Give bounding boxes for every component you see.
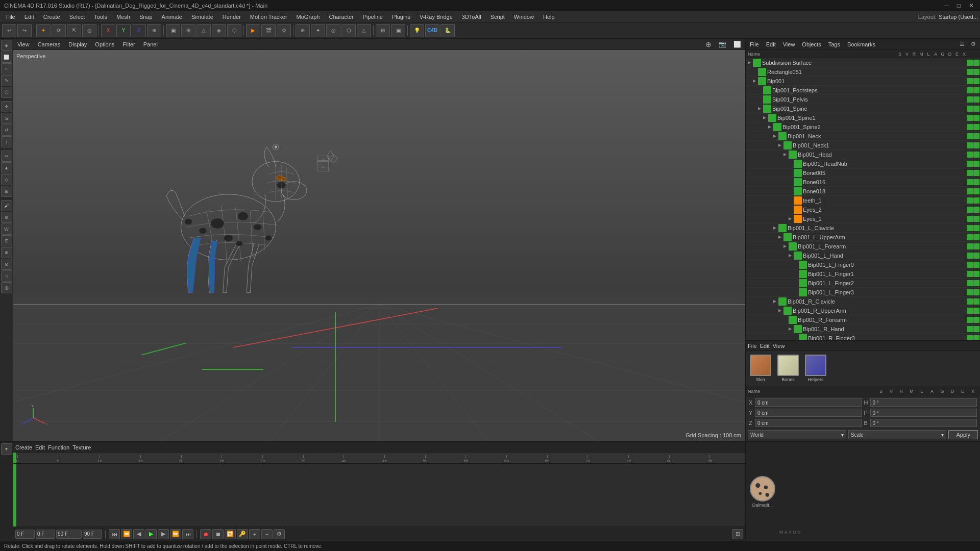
material-helpers[interactable]: Helpers xyxy=(805,355,826,382)
tree-item[interactable]: Bip001_L_Finger1 xyxy=(746,269,980,279)
tree-item[interactable]: Bip001_Footsteps xyxy=(746,86,980,95)
layout-value[interactable]: Startup (Used... xyxy=(939,14,978,20)
tree-item[interactable]: ▶ Bip001_Spine xyxy=(746,104,980,113)
menu-animate[interactable]: Animate xyxy=(158,13,186,21)
mat-menu-view[interactable]: View xyxy=(773,343,785,349)
tree-item[interactable]: Bone016 xyxy=(746,178,980,187)
menu-snap[interactable]: Snap xyxy=(135,13,157,21)
tl-go-end[interactable]: ⏭ xyxy=(182,529,193,539)
maximize-btn[interactable]: □ xyxy=(955,2,963,9)
toolbar-snap3[interactable]: ◎ xyxy=(326,24,340,37)
material-bones[interactable]: Bones xyxy=(777,355,799,382)
menu-pipeline[interactable]: Pipeline xyxy=(359,13,387,21)
vp-menu-cameras[interactable]: Cameras xyxy=(36,40,63,48)
toolbar-move[interactable]: ✦ xyxy=(36,24,51,37)
tree-item[interactable]: Bone005 xyxy=(746,168,980,178)
tool-extra1[interactable]: ⊗ xyxy=(1,259,12,270)
tool-rotate[interactable]: ↺ xyxy=(1,124,12,136)
tree-item[interactable]: Bip001_Pelvis xyxy=(746,95,980,104)
toolbar-z[interactable]: Z xyxy=(132,24,146,37)
menu-select[interactable]: Select xyxy=(65,13,89,21)
tool-sculpt[interactable]: ⊛ xyxy=(1,212,12,223)
toolbar-snap5[interactable]: △ xyxy=(357,24,371,37)
obj-menu-tags[interactable]: Tags xyxy=(826,40,842,48)
toolbar-model-mode[interactable]: ▣ xyxy=(166,24,180,37)
toolbar-render-view[interactable]: 🎬 xyxy=(261,24,276,37)
menu-tools[interactable]: Tools xyxy=(90,13,111,21)
menu-character[interactable]: Character xyxy=(325,13,357,21)
tl-record[interactable]: ⏺ xyxy=(200,529,211,539)
x-pos-field[interactable]: 0 cm xyxy=(755,398,862,407)
menu-vray[interactable]: V-Ray Bridge xyxy=(415,13,457,21)
toolbar-snap2[interactable]: ✦ xyxy=(311,24,325,37)
toolbar-sphere[interactable]: ◎ xyxy=(82,24,96,37)
tree-item[interactable]: ▶ Bip001_R_Hand xyxy=(746,324,980,334)
tool-weight[interactable]: W xyxy=(1,223,12,235)
tl-menu-edit[interactable]: Edit xyxy=(35,444,45,450)
b-rot-field[interactable]: 0 ° xyxy=(870,419,977,427)
tl-key-remove[interactable]: − xyxy=(261,529,273,539)
tl-menu-function[interactable]: Function xyxy=(48,444,69,450)
menu-plugins[interactable]: Plugins xyxy=(388,13,414,21)
tree-item[interactable]: ▶ Bip001_R_Clavicle xyxy=(746,297,980,306)
toolbar-rotate[interactable]: ⟳ xyxy=(52,24,66,37)
tree-item[interactable]: ▶ Subdivision Surface xyxy=(746,58,980,67)
tool-free-sel[interactable]: ✎ xyxy=(1,75,12,86)
tree-item[interactable]: Bip001_L_Finger2 xyxy=(746,279,980,288)
toolbar-undo[interactable]: ↩ xyxy=(2,24,16,37)
tree-item[interactable]: Eyes_2 xyxy=(746,205,980,214)
tl-next-key[interactable]: ⏩ xyxy=(170,529,181,539)
h-rot-field[interactable]: 0 ° xyxy=(870,398,977,407)
tree-item[interactable]: Bip001_L_Finger0 xyxy=(746,260,980,269)
timeline-ruler[interactable]: 051015202530354045505560657075808590 xyxy=(13,453,745,464)
start-frame-display[interactable]: 0 F xyxy=(36,530,55,539)
minimize-btn[interactable]: ─ xyxy=(942,2,951,9)
toolbar-snap4[interactable]: ⬡ xyxy=(341,24,356,37)
tool-extra2[interactable]: ☆ xyxy=(1,270,12,282)
tree-item[interactable]: ▶ Eyes_1 xyxy=(746,214,980,223)
toolbar-texture-mode[interactable]: ⊞ xyxy=(181,24,195,37)
tl-prev-key[interactable]: ⏪ xyxy=(121,529,132,539)
current-frame-display[interactable]: 0 F xyxy=(15,530,35,539)
tree-item[interactable]: ▶ Bip001_L_Forearm xyxy=(746,242,980,251)
fps-display[interactable]: 90 F xyxy=(56,530,82,539)
tool-paint[interactable]: 🖌 xyxy=(1,200,12,211)
tree-item[interactable]: ▶ Bip001_Spine2 xyxy=(746,122,980,132)
vp-menu-view[interactable]: View xyxy=(15,40,32,48)
vp-menu-display[interactable]: Display xyxy=(66,40,89,48)
tool-extrude[interactable]: ▲ xyxy=(1,162,12,173)
tl-next-frame[interactable]: ▶ xyxy=(158,529,169,539)
tl-play[interactable]: ▶ xyxy=(145,529,157,539)
tl-menu-create[interactable]: Create xyxy=(15,444,32,450)
tree-item[interactable]: ▶ Bip001_Neck xyxy=(746,132,980,141)
toolbar-all-axes[interactable]: ⊕ xyxy=(147,24,161,37)
tool-scale[interactable]: ⇲ xyxy=(1,113,12,124)
vp-menu-options[interactable]: Options xyxy=(93,40,116,48)
object-tree[interactable]: ▶ Subdivision Surface Rectangle051 ▶ Bip… xyxy=(746,58,980,340)
menu-mesh[interactable]: Mesh xyxy=(112,13,134,21)
tool-circle-sel[interactable]: ○ xyxy=(1,63,12,74)
tree-item[interactable]: ▶ Bip001_R_UpperArm xyxy=(746,306,980,315)
tree-item[interactable]: Rectangle051 xyxy=(746,67,980,77)
menu-simulate[interactable]: Simulate xyxy=(187,13,217,21)
tool-joint[interactable]: ⊡ xyxy=(1,235,12,246)
tree-item[interactable]: Bip001_L_Finger3 xyxy=(746,288,980,297)
toolbar-point-mode[interactable]: ⬡ xyxy=(227,24,241,37)
menu-window[interactable]: Window xyxy=(510,13,538,21)
tl-loop[interactable]: 🔁 xyxy=(225,529,236,539)
toolbar-poly-mode[interactable]: △ xyxy=(197,24,211,37)
tree-item[interactable]: ▶ Bip001 xyxy=(746,77,980,86)
vp-icon-camera[interactable]: 📷 xyxy=(717,40,728,49)
menu-create[interactable]: Create xyxy=(39,13,64,21)
toolbar-x[interactable]: X xyxy=(101,24,115,37)
mat-menu-edit[interactable]: Edit xyxy=(760,343,770,349)
obj-menu-view[interactable]: View xyxy=(781,40,797,48)
tl-autokey[interactable]: 🔑 xyxy=(237,529,248,539)
menu-render[interactable]: Render xyxy=(218,13,245,21)
toolbar-render-settings[interactable]: ⚙ xyxy=(277,24,291,37)
vp-icon-target[interactable]: ⊕ xyxy=(703,39,714,49)
tl-key-add[interactable]: + xyxy=(249,529,260,539)
obj-menu-file[interactable]: File xyxy=(748,40,761,48)
tool-trans[interactable]: ↕ xyxy=(1,136,12,147)
tree-item[interactable]: teeth_1 xyxy=(746,196,980,205)
